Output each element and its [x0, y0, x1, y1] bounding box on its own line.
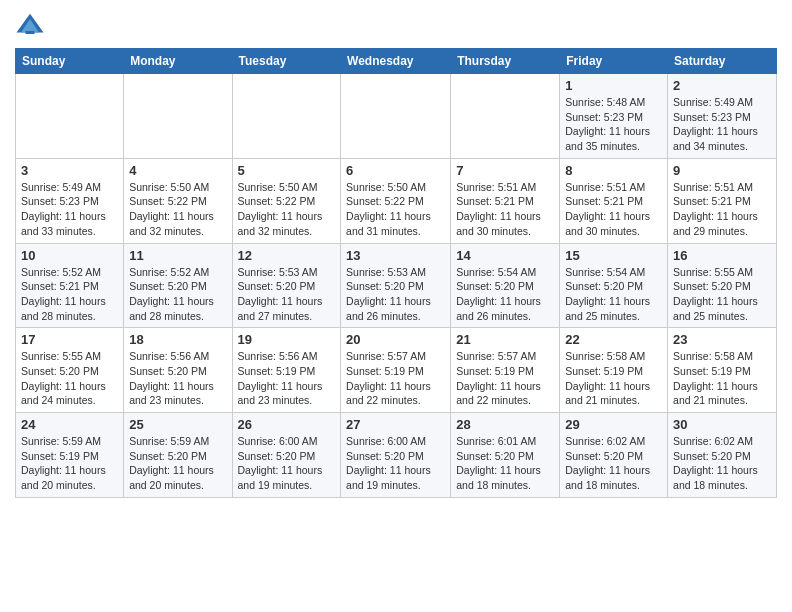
day-info: Sunrise: 5:53 AMSunset: 5:20 PMDaylight:… [238, 265, 336, 324]
day-number: 16 [673, 248, 771, 263]
calendar-cell: 8Sunrise: 5:51 AMSunset: 5:21 PMDaylight… [560, 158, 668, 243]
day-info: Sunrise: 6:00 AMSunset: 5:20 PMDaylight:… [238, 434, 336, 493]
calendar-cell: 10Sunrise: 5:52 AMSunset: 5:21 PMDayligh… [16, 243, 124, 328]
calendar-week-5: 24Sunrise: 5:59 AMSunset: 5:19 PMDayligh… [16, 413, 777, 498]
day-info: Sunrise: 5:49 AMSunset: 5:23 PMDaylight:… [21, 180, 118, 239]
day-number: 12 [238, 248, 336, 263]
day-info: Sunrise: 5:58 AMSunset: 5:19 PMDaylight:… [565, 349, 662, 408]
day-number: 26 [238, 417, 336, 432]
logo-icon [15, 10, 45, 40]
day-info: Sunrise: 5:54 AMSunset: 5:20 PMDaylight:… [456, 265, 554, 324]
day-number: 9 [673, 163, 771, 178]
day-info: Sunrise: 5:50 AMSunset: 5:22 PMDaylight:… [129, 180, 226, 239]
day-info: Sunrise: 5:52 AMSunset: 5:21 PMDaylight:… [21, 265, 118, 324]
day-number: 11 [129, 248, 226, 263]
calendar-week-1: 1Sunrise: 5:48 AMSunset: 5:23 PMDaylight… [16, 74, 777, 159]
day-number: 19 [238, 332, 336, 347]
calendar-cell: 23Sunrise: 5:58 AMSunset: 5:19 PMDayligh… [668, 328, 777, 413]
day-info: Sunrise: 5:49 AMSunset: 5:23 PMDaylight:… [673, 95, 771, 154]
weekday-tuesday: Tuesday [232, 49, 341, 74]
day-number: 24 [21, 417, 118, 432]
calendar-cell: 3Sunrise: 5:49 AMSunset: 5:23 PMDaylight… [16, 158, 124, 243]
day-number: 7 [456, 163, 554, 178]
day-number: 15 [565, 248, 662, 263]
calendar-cell: 7Sunrise: 5:51 AMSunset: 5:21 PMDaylight… [451, 158, 560, 243]
calendar-cell [341, 74, 451, 159]
day-number: 25 [129, 417, 226, 432]
calendar-cell: 5Sunrise: 5:50 AMSunset: 5:22 PMDaylight… [232, 158, 341, 243]
svg-rect-2 [26, 31, 35, 34]
calendar-cell: 21Sunrise: 5:57 AMSunset: 5:19 PMDayligh… [451, 328, 560, 413]
calendar-cell: 27Sunrise: 6:00 AMSunset: 5:20 PMDayligh… [341, 413, 451, 498]
calendar-cell: 1Sunrise: 5:48 AMSunset: 5:23 PMDaylight… [560, 74, 668, 159]
day-info: Sunrise: 5:54 AMSunset: 5:20 PMDaylight:… [565, 265, 662, 324]
day-info: Sunrise: 5:51 AMSunset: 5:21 PMDaylight:… [456, 180, 554, 239]
day-number: 21 [456, 332, 554, 347]
day-info: Sunrise: 5:55 AMSunset: 5:20 PMDaylight:… [21, 349, 118, 408]
calendar-cell [232, 74, 341, 159]
day-number: 30 [673, 417, 771, 432]
calendar-cell: 18Sunrise: 5:56 AMSunset: 5:20 PMDayligh… [124, 328, 232, 413]
weekday-wednesday: Wednesday [341, 49, 451, 74]
day-number: 13 [346, 248, 445, 263]
weekday-header-row: SundayMondayTuesdayWednesdayThursdayFrid… [16, 49, 777, 74]
day-number: 14 [456, 248, 554, 263]
day-number: 27 [346, 417, 445, 432]
day-number: 1 [565, 78, 662, 93]
calendar-table: SundayMondayTuesdayWednesdayThursdayFrid… [15, 48, 777, 498]
day-number: 10 [21, 248, 118, 263]
day-number: 3 [21, 163, 118, 178]
day-number: 23 [673, 332, 771, 347]
calendar-cell [124, 74, 232, 159]
calendar-cell [451, 74, 560, 159]
day-info: Sunrise: 5:53 AMSunset: 5:20 PMDaylight:… [346, 265, 445, 324]
day-info: Sunrise: 5:56 AMSunset: 5:20 PMDaylight:… [129, 349, 226, 408]
calendar-cell: 6Sunrise: 5:50 AMSunset: 5:22 PMDaylight… [341, 158, 451, 243]
day-info: Sunrise: 6:02 AMSunset: 5:20 PMDaylight:… [673, 434, 771, 493]
calendar-cell: 19Sunrise: 5:56 AMSunset: 5:19 PMDayligh… [232, 328, 341, 413]
day-info: Sunrise: 5:50 AMSunset: 5:22 PMDaylight:… [238, 180, 336, 239]
day-info: Sunrise: 5:52 AMSunset: 5:20 PMDaylight:… [129, 265, 226, 324]
weekday-thursday: Thursday [451, 49, 560, 74]
weekday-friday: Friday [560, 49, 668, 74]
day-info: Sunrise: 5:48 AMSunset: 5:23 PMDaylight:… [565, 95, 662, 154]
calendar-cell: 29Sunrise: 6:02 AMSunset: 5:20 PMDayligh… [560, 413, 668, 498]
weekday-saturday: Saturday [668, 49, 777, 74]
page: SundayMondayTuesdayWednesdayThursdayFrid… [0, 0, 792, 513]
calendar-cell: 11Sunrise: 5:52 AMSunset: 5:20 PMDayligh… [124, 243, 232, 328]
logo [15, 10, 49, 40]
weekday-sunday: Sunday [16, 49, 124, 74]
calendar-cell [16, 74, 124, 159]
day-info: Sunrise: 5:59 AMSunset: 5:19 PMDaylight:… [21, 434, 118, 493]
calendar-cell: 30Sunrise: 6:02 AMSunset: 5:20 PMDayligh… [668, 413, 777, 498]
calendar-cell: 20Sunrise: 5:57 AMSunset: 5:19 PMDayligh… [341, 328, 451, 413]
day-info: Sunrise: 5:51 AMSunset: 5:21 PMDaylight:… [565, 180, 662, 239]
day-number: 18 [129, 332, 226, 347]
calendar-week-4: 17Sunrise: 5:55 AMSunset: 5:20 PMDayligh… [16, 328, 777, 413]
calendar-cell: 2Sunrise: 5:49 AMSunset: 5:23 PMDaylight… [668, 74, 777, 159]
calendar-cell: 13Sunrise: 5:53 AMSunset: 5:20 PMDayligh… [341, 243, 451, 328]
calendar-week-2: 3Sunrise: 5:49 AMSunset: 5:23 PMDaylight… [16, 158, 777, 243]
day-info: Sunrise: 5:55 AMSunset: 5:20 PMDaylight:… [673, 265, 771, 324]
calendar-cell: 25Sunrise: 5:59 AMSunset: 5:20 PMDayligh… [124, 413, 232, 498]
day-number: 29 [565, 417, 662, 432]
day-number: 22 [565, 332, 662, 347]
calendar-cell: 14Sunrise: 5:54 AMSunset: 5:20 PMDayligh… [451, 243, 560, 328]
day-info: Sunrise: 5:56 AMSunset: 5:19 PMDaylight:… [238, 349, 336, 408]
day-info: Sunrise: 5:58 AMSunset: 5:19 PMDaylight:… [673, 349, 771, 408]
day-number: 2 [673, 78, 771, 93]
calendar-cell: 16Sunrise: 5:55 AMSunset: 5:20 PMDayligh… [668, 243, 777, 328]
day-number: 5 [238, 163, 336, 178]
calendar-cell: 4Sunrise: 5:50 AMSunset: 5:22 PMDaylight… [124, 158, 232, 243]
day-info: Sunrise: 6:02 AMSunset: 5:20 PMDaylight:… [565, 434, 662, 493]
calendar-week-3: 10Sunrise: 5:52 AMSunset: 5:21 PMDayligh… [16, 243, 777, 328]
day-info: Sunrise: 5:57 AMSunset: 5:19 PMDaylight:… [456, 349, 554, 408]
calendar-cell: 17Sunrise: 5:55 AMSunset: 5:20 PMDayligh… [16, 328, 124, 413]
day-info: Sunrise: 5:51 AMSunset: 5:21 PMDaylight:… [673, 180, 771, 239]
day-info: Sunrise: 5:59 AMSunset: 5:20 PMDaylight:… [129, 434, 226, 493]
calendar-cell: 26Sunrise: 6:00 AMSunset: 5:20 PMDayligh… [232, 413, 341, 498]
weekday-monday: Monday [124, 49, 232, 74]
day-number: 4 [129, 163, 226, 178]
calendar-cell: 12Sunrise: 5:53 AMSunset: 5:20 PMDayligh… [232, 243, 341, 328]
header [15, 10, 777, 40]
